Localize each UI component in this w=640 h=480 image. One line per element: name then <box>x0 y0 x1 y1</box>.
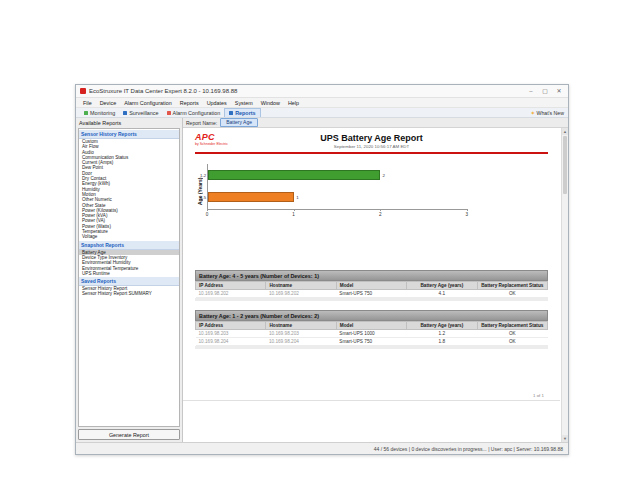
table-cell: 10.169.98.202 <box>266 290 336 298</box>
whats-new-label: What's New <box>536 110 564 116</box>
x-tick-label: 3 <box>465 212 468 217</box>
column-header-model: Model <box>336 322 406 330</box>
menu-bar: FileDeviceAlarm ConfigurationReportsUpda… <box>76 98 568 108</box>
x-tick-label: 2 <box>379 212 382 217</box>
column-header-hostname: Hostname <box>266 322 336 330</box>
tab-reports[interactable]: Reports <box>224 108 260 117</box>
table-row: 10.169.98.20310.169.98.203Smart-UPS 1000… <box>196 330 548 338</box>
menu-device[interactable]: Device <box>96 100 120 106</box>
section-header-sensor-history-reports: Sensor History Reports <box>79 129 179 139</box>
vertical-scrollbar[interactable]: ▲ ▼ <box>561 128 568 442</box>
chart-bar-row: 1-22 <box>208 170 467 180</box>
tab-label: Surveillance <box>129 110 158 116</box>
apc-logo-subtext: by Schneider Electric <box>195 143 228 147</box>
tab-label: Reports <box>235 110 255 116</box>
chart-x-axis: 0123 <box>207 210 467 218</box>
battery-age-section: Battery Age: 4 - 5 years (Number of Devi… <box>195 270 548 301</box>
table-header-row: IP AddressHostnameModelBattery Age (year… <box>196 322 548 330</box>
column-header-hostname: Hostname <box>266 282 336 290</box>
column-header-model: Model <box>336 282 406 290</box>
report-main-area: Report Name: Battery Age APC by Schneide… <box>183 118 568 442</box>
device-table: IP AddressHostnameModelBattery Age (year… <box>195 281 548 298</box>
column-header-battery-age-years: Battery Age (years) <box>407 322 477 330</box>
chart-plot-area: 1-224-51 <box>207 164 467 210</box>
table-cell: 4.1 <box>407 290 477 298</box>
x-tick-label: 1 <box>292 212 295 217</box>
table-cell: 10.169.98.204 <box>266 338 336 346</box>
column-header-battery-replacement-status: Battery Replacement Status <box>477 322 547 330</box>
sidebar-title: Available Reports <box>76 118 182 128</box>
report-timestamp: September 11, 2020 10:56:17 AM EDT <box>195 144 548 149</box>
table-cell: OK <box>477 338 547 346</box>
battery-age-chart: Age (Years) 1-224-51 0123 <box>197 164 548 218</box>
table-footer-strip <box>195 346 548 349</box>
perspective-tab-bar: MonitoringSurveillanceAlarm Configuratio… <box>76 108 568 118</box>
desktop-background: EcoStruxure IT Data Center Expert 8.2.0 … <box>0 0 640 480</box>
report-viewport: APC by Schneider Electric UPS Battery Ag… <box>183 128 568 442</box>
tab-surveillance[interactable]: Surveillance <box>119 108 162 117</box>
tab-monitoring[interactable]: Monitoring <box>80 108 119 117</box>
x-tick-mark <box>467 209 468 211</box>
chart-bar-row: 4-51 <box>208 192 467 202</box>
table-cell: 10.169.98.202 <box>196 290 266 298</box>
report-toolbar: Report Name: Battery Age <box>183 118 568 128</box>
scrollbar-thumb[interactable] <box>563 136 567 194</box>
report-title: UPS Battery Age Report <box>195 133 548 143</box>
tab-alarm-configuration[interactable]: Alarm Configuration <box>163 108 225 117</box>
menu-help[interactable]: Help <box>284 100 303 106</box>
sidebar-item-sensor-history-report-summary[interactable]: Sensor History Report SUMMARY <box>79 291 179 296</box>
table-cell: Smart-UPS 750 <box>336 290 406 298</box>
menu-updates[interactable]: Updates <box>203 100 231 106</box>
menu-file[interactable]: File <box>79 100 96 106</box>
apc-logo-text: APC <box>195 133 228 142</box>
x-tick-mark <box>207 209 208 211</box>
close-button[interactable]: ✕ <box>552 86 566 97</box>
x-tick-label: 0 <box>206 212 209 217</box>
apc-logo: APC by Schneider Electric <box>195 133 228 147</box>
battery-age-section: Battery Age: 1 - 2 years (Number of Devi… <box>195 310 548 349</box>
menu-reports[interactable]: Reports <box>176 100 203 106</box>
report-page: APC by Schneider Electric UPS Battery Ag… <box>183 128 560 401</box>
whats-new-link[interactable]: ✶ What's New <box>530 110 564 116</box>
scroll-down-icon[interactable]: ▼ <box>562 435 568 442</box>
table-cell: 10.169.98.204 <box>196 338 266 346</box>
status-text: 44 / 56 devices | 0 device discoveries i… <box>374 446 563 452</box>
column-header-ip-address: IP Address <box>196 322 266 330</box>
tab-strip: MonitoringSurveillanceAlarm Configuratio… <box>80 108 261 117</box>
tab-label: Alarm Configuration <box>173 110 221 116</box>
bar-category-label: 1-2 <box>200 173 206 178</box>
table-cell: OK <box>477 330 547 338</box>
menu-alarm-configuration[interactable]: Alarm Configuration <box>120 100 176 106</box>
available-reports-panel: Sensor History ReportsCustomAir FlowAudi… <box>78 128 180 427</box>
alarm-configuration-icon <box>167 111 171 115</box>
reports-sidebar: Available Reports Sensor History Reports… <box>76 118 183 442</box>
surveillance-icon <box>123 111 127 115</box>
table-header-row: IP AddressHostnameModelBattery Age (year… <box>196 282 548 290</box>
report-tab-battery-age[interactable]: Battery Age <box>220 118 258 128</box>
bar-value-label: 2 <box>382 173 384 178</box>
report-name-label: Report Name: <box>186 120 217 126</box>
status-bar: 44 / 56 devices | 0 device discoveries i… <box>76 442 568 454</box>
table-cell: 1.8 <box>407 338 477 346</box>
table-cell: OK <box>477 290 547 298</box>
bar-1-2 <box>208 170 380 180</box>
table-section-header: Battery Age: 1 - 2 years (Number of Devi… <box>195 310 548 321</box>
whats-new-icon: ✶ <box>530 110 535 116</box>
menu-window[interactable]: Window <box>257 100 284 106</box>
minimize-button[interactable]: – <box>524 86 538 97</box>
generate-report-button[interactable]: Generate Report <box>78 429 180 440</box>
device-table: IP AddressHostnameModelBattery Age (year… <box>195 321 548 346</box>
table-cell: 1.2 <box>407 330 477 338</box>
reports-icon <box>229 111 233 115</box>
column-header-battery-age-years: Battery Age (years) <box>407 282 477 290</box>
table-footer-strip <box>195 298 548 301</box>
chart-body: 1-224-51 0123 <box>207 164 467 218</box>
report-header: APC by Schneider Electric UPS Battery Ag… <box>195 133 548 149</box>
menu-system[interactable]: System <box>231 100 257 106</box>
bar-value-label: 1 <box>296 195 298 200</box>
maximize-button[interactable]: ▢ <box>538 86 552 97</box>
section-header-snapshot-reports: Snapshot Reports <box>79 240 179 250</box>
column-header-ip-address: IP Address <box>196 282 266 290</box>
table-cell: 10.169.98.203 <box>266 330 336 338</box>
scroll-up-icon[interactable]: ▲ <box>562 128 568 135</box>
